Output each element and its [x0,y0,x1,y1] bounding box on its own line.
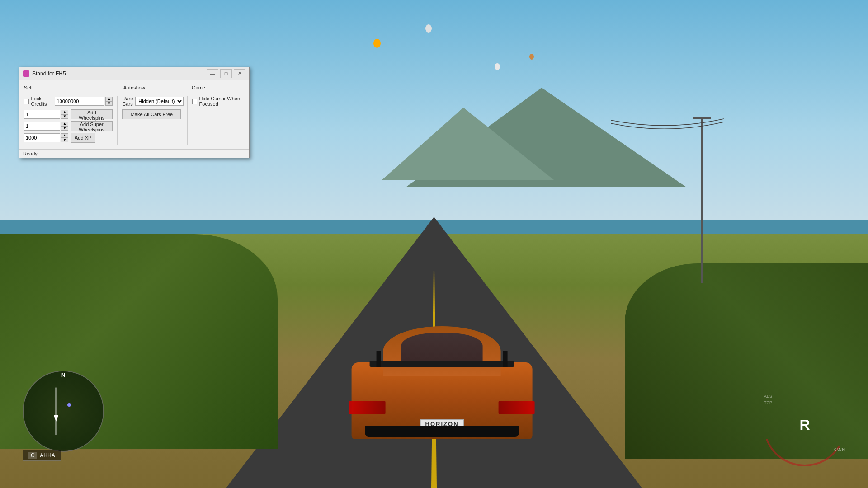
rear-diffuser [365,426,519,437]
super-wheelspins-spinner-down[interactable]: ▼ [61,126,68,131]
balloon-1 [373,39,381,48]
hide-cursor-checkbox[interactable] [192,99,197,104]
minimize-button[interactable]: — [207,69,218,78]
status-text: Ready. [23,151,38,156]
xp-input-group: ▲ ▼ [24,133,68,142]
self-header: Self [24,84,119,91]
game-background: HORIZON N C AHHA ABS TCP R KM/H [0,0,868,488]
add-xp-button[interactable]: Add XP [71,133,95,143]
add-super-wheelspins-button[interactable]: Add Super Wheelspins [71,121,113,131]
wheelspins-spinner: ▲ ▼ [61,110,68,119]
xp-spinner: ▲ ▼ [61,133,68,142]
add-wheelspins-button[interactable]: Add Wheelspins [71,109,113,119]
super-wheelspins-input[interactable] [24,122,60,131]
rare-cars-label: Rare Cars [122,96,133,107]
action-key: C [28,452,37,459]
spoiler-post-right [503,351,508,367]
minimap-bg [24,371,103,451]
cheat-window: Stand for FH5 — □ ✕ Self Autoshow Game [19,67,250,158]
balloon-4 [529,54,534,60]
mountain-left [382,108,554,180]
section-headers-row: Self Autoshow Game [24,84,245,91]
window-title-text: Stand for FH5 [32,70,66,77]
abs-label: ABS [764,393,772,399]
hud-speedometer: ABS TCP R KM/H [755,375,854,474]
rear-window [401,333,483,365]
car-cabin [383,326,501,376]
credits-spinner-up[interactable]: ▲ [105,97,113,101]
hud-abs-tcp: ABS TCP [764,393,772,406]
credits-input[interactable] [55,97,104,106]
balloon-2 [425,24,432,33]
rare-cars-dropdown[interactable]: Hidden (Default)VisibleAll [135,97,184,106]
rare-cars-row: Rare Cars Hidden (Default)VisibleAll [122,96,183,107]
super-wheelspins-spinner: ▲ ▼ [61,122,68,131]
window-app-icon [23,70,29,77]
power-wires [611,118,724,154]
spoiler-post-left [377,351,381,367]
section-self: Lock Credits ▲ ▼ [24,96,118,145]
section-game: Hide Cursor When Focused [188,96,245,145]
wheelspins-spinner-down[interactable]: ▼ [61,114,68,119]
close-button[interactable]: ✕ [234,69,245,78]
wheelspins-spinner-up[interactable]: ▲ [61,110,68,114]
hud-minimap: N [23,371,104,452]
xp-spinner-up[interactable]: ▲ [61,133,68,138]
car-spoiler [370,361,514,367]
autoshow-header: Autoshow [119,84,187,91]
lock-credits-row: Lock Credits ▲ ▼ [24,96,113,107]
credits-spinner-down[interactable]: ▼ [105,101,113,106]
window-content: Self Autoshow Game Lock Credits [19,80,249,149]
xp-row: ▲ ▼ Add XP [24,133,113,143]
power-pole [701,117,703,283]
wheelspins-row: ▲ ▼ Add Wheelspins [24,109,113,119]
super-wheelspins-input-group: ▲ ▼ [24,122,68,131]
xp-spinner-down[interactable]: ▼ [61,138,68,142]
wheelspins-input-group: ▲ ▼ [24,110,68,119]
hud-action-prompt: C AHHA [23,450,61,461]
wheelspins-input[interactable] [24,110,60,119]
tcp-label: TCP [764,399,772,406]
gear-indicator: R [799,417,810,433]
window-title-left: Stand for FH5 [23,70,66,77]
make-all-cars-free-button[interactable]: Make All Cars Free [122,109,181,119]
lock-credits-label: Lock Credits [31,96,53,107]
hide-cursor-label: Hide Cursor When Focused [199,96,245,107]
super-wheelspins-spinner-up[interactable]: ▲ [61,122,68,126]
maximize-button[interactable]: □ [220,69,232,78]
window-controls: — □ ✕ [207,69,245,78]
status-bar: Ready. [19,149,249,158]
hide-cursor-row: Hide Cursor When Focused [192,96,245,107]
car: HORIZON [343,304,542,439]
tail-light-left [349,401,386,414]
lock-credits-checkbox[interactable] [24,99,29,104]
speed-unit: KM/H [834,447,846,452]
super-wheelspins-row: ▲ ▼ Add Super Wheelspins [24,121,113,131]
window-titlebar: Stand for FH5 — □ ✕ [19,67,249,80]
tail-light-right [499,401,535,414]
sections-content: Lock Credits ▲ ▼ [24,92,245,145]
game-header: Game [187,84,245,91]
credits-input-group: ▲ ▼ [55,97,113,106]
section-autoshow: Rare Cars Hidden (Default)VisibleAll Mak… [118,96,188,145]
compass-n: N [61,372,65,378]
xp-input[interactable] [24,133,60,142]
action-label: AHHA [40,452,55,459]
minimap-road [55,387,57,435]
credits-spinner: ▲ ▼ [105,97,113,106]
